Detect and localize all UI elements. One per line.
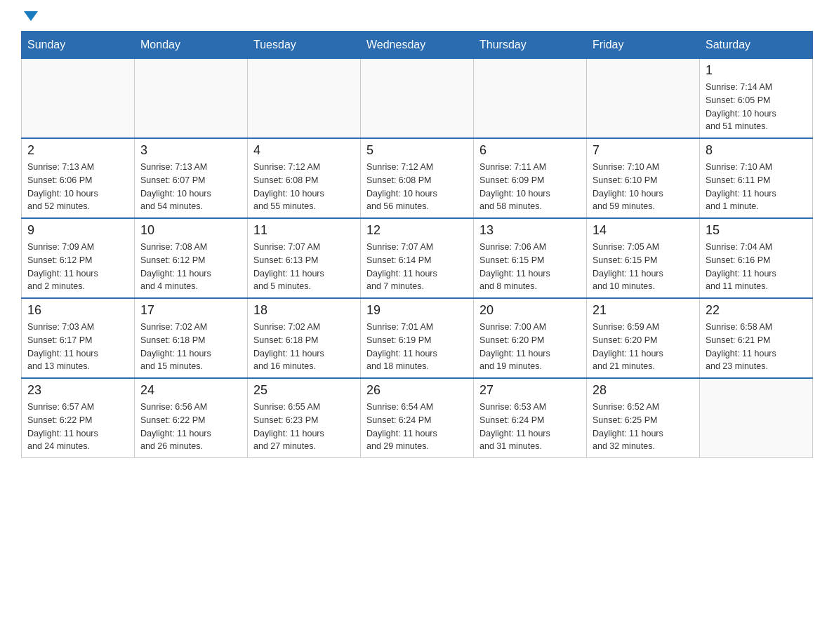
day-info: Sunrise: 7:08 AM Sunset: 6:12 PM Dayligh… <box>140 241 241 293</box>
day-number: 23 <box>27 383 128 398</box>
day-number: 10 <box>140 223 241 238</box>
day-info: Sunrise: 7:13 AM Sunset: 6:06 PM Dayligh… <box>27 161 128 213</box>
day-number: 15 <box>706 223 807 238</box>
day-number: 3 <box>140 143 241 158</box>
day-info: Sunrise: 7:00 AM Sunset: 6:20 PM Dayligh… <box>479 321 581 373</box>
header-sunday: Sunday <box>22 32 135 59</box>
calendar-week-row: 1Sunrise: 7:14 AM Sunset: 6:05 PM Daylig… <box>22 59 813 139</box>
day-info: Sunrise: 7:05 AM Sunset: 6:15 PM Dayligh… <box>593 241 694 293</box>
day-info: Sunrise: 7:12 AM Sunset: 6:08 PM Dayligh… <box>253 161 355 213</box>
table-row: 12Sunrise: 7:07 AM Sunset: 6:14 PM Dayli… <box>361 218 474 298</box>
header-saturday: Saturday <box>700 32 813 59</box>
day-number: 14 <box>593 223 694 238</box>
table-row <box>248 59 361 139</box>
table-row: 15Sunrise: 7:04 AM Sunset: 6:16 PM Dayli… <box>700 218 813 298</box>
day-number: 7 <box>593 143 694 158</box>
table-row: 10Sunrise: 7:08 AM Sunset: 6:12 PM Dayli… <box>135 218 248 298</box>
table-row: 20Sunrise: 7:00 AM Sunset: 6:20 PM Dayli… <box>474 298 587 378</box>
table-row: 7Sunrise: 7:10 AM Sunset: 6:10 PM Daylig… <box>587 138 700 218</box>
day-number: 9 <box>27 223 128 238</box>
day-number: 5 <box>366 143 468 158</box>
table-row: 11Sunrise: 7:07 AM Sunset: 6:13 PM Dayli… <box>248 218 361 298</box>
day-number: 4 <box>253 143 355 158</box>
table-row: 25Sunrise: 6:55 AM Sunset: 6:23 PM Dayli… <box>248 378 361 458</box>
day-number: 1 <box>706 63 807 78</box>
calendar-week-row: 9Sunrise: 7:09 AM Sunset: 6:12 PM Daylig… <box>22 218 813 298</box>
table-row <box>587 59 700 139</box>
day-number: 28 <box>593 383 694 398</box>
day-info: Sunrise: 7:02 AM Sunset: 6:18 PM Dayligh… <box>140 321 241 373</box>
day-info: Sunrise: 7:01 AM Sunset: 6:19 PM Dayligh… <box>366 321 468 373</box>
calendar-week-row: 23Sunrise: 6:57 AM Sunset: 6:22 PM Dayli… <box>22 378 813 458</box>
table-row: 18Sunrise: 7:02 AM Sunset: 6:18 PM Dayli… <box>248 298 361 378</box>
table-row: 21Sunrise: 6:59 AM Sunset: 6:20 PM Dayli… <box>587 298 700 378</box>
logo <box>21 14 38 24</box>
table-row: 24Sunrise: 6:56 AM Sunset: 6:22 PM Dayli… <box>135 378 248 458</box>
page-header <box>21 14 813 24</box>
header-wednesday: Wednesday <box>361 32 474 59</box>
day-info: Sunrise: 7:07 AM Sunset: 6:13 PM Dayligh… <box>253 241 355 293</box>
table-row: 2Sunrise: 7:13 AM Sunset: 6:06 PM Daylig… <box>22 138 135 218</box>
table-row: 9Sunrise: 7:09 AM Sunset: 6:12 PM Daylig… <box>22 218 135 298</box>
day-number: 24 <box>140 383 241 398</box>
day-info: Sunrise: 7:12 AM Sunset: 6:08 PM Dayligh… <box>366 161 468 213</box>
table-row: 14Sunrise: 7:05 AM Sunset: 6:15 PM Dayli… <box>587 218 700 298</box>
day-info: Sunrise: 7:13 AM Sunset: 6:07 PM Dayligh… <box>140 161 241 213</box>
calendar-header-row: Sunday Monday Tuesday Wednesday Thursday… <box>22 32 813 59</box>
day-info: Sunrise: 6:52 AM Sunset: 6:25 PM Dayligh… <box>593 401 694 453</box>
day-number: 13 <box>479 223 581 238</box>
day-info: Sunrise: 6:58 AM Sunset: 6:21 PM Dayligh… <box>706 321 807 373</box>
calendar-week-row: 16Sunrise: 7:03 AM Sunset: 6:17 PM Dayli… <box>22 298 813 378</box>
table-row: 4Sunrise: 7:12 AM Sunset: 6:08 PM Daylig… <box>248 138 361 218</box>
day-info: Sunrise: 6:59 AM Sunset: 6:20 PM Dayligh… <box>593 321 694 373</box>
day-info: Sunrise: 6:56 AM Sunset: 6:22 PM Dayligh… <box>140 401 241 453</box>
day-info: Sunrise: 7:04 AM Sunset: 6:16 PM Dayligh… <box>706 241 807 293</box>
day-number: 26 <box>366 383 468 398</box>
day-info: Sunrise: 7:10 AM Sunset: 6:10 PM Dayligh… <box>593 161 694 213</box>
day-number: 27 <box>479 383 581 398</box>
day-info: Sunrise: 7:03 AM Sunset: 6:17 PM Dayligh… <box>27 321 128 373</box>
table-row <box>135 59 248 139</box>
day-info: Sunrise: 7:14 AM Sunset: 6:05 PM Dayligh… <box>706 81 807 133</box>
table-row: 13Sunrise: 7:06 AM Sunset: 6:15 PM Dayli… <box>474 218 587 298</box>
table-row: 8Sunrise: 7:10 AM Sunset: 6:11 PM Daylig… <box>700 138 813 218</box>
day-number: 6 <box>479 143 581 158</box>
table-row: 26Sunrise: 6:54 AM Sunset: 6:24 PM Dayli… <box>361 378 474 458</box>
day-info: Sunrise: 7:06 AM Sunset: 6:15 PM Dayligh… <box>479 241 581 293</box>
table-row: 22Sunrise: 6:58 AM Sunset: 6:21 PM Dayli… <box>700 298 813 378</box>
table-row: 23Sunrise: 6:57 AM Sunset: 6:22 PM Dayli… <box>22 378 135 458</box>
day-info: Sunrise: 7:11 AM Sunset: 6:09 PM Dayligh… <box>479 161 581 213</box>
day-info: Sunrise: 6:53 AM Sunset: 6:24 PM Dayligh… <box>479 401 581 453</box>
day-number: 21 <box>593 303 694 318</box>
day-number: 2 <box>27 143 128 158</box>
header-monday: Monday <box>135 32 248 59</box>
day-number: 20 <box>479 303 581 318</box>
table-row <box>361 59 474 139</box>
day-number: 8 <box>706 143 807 158</box>
day-info: Sunrise: 6:55 AM Sunset: 6:23 PM Dayligh… <box>253 401 355 453</box>
table-row: 27Sunrise: 6:53 AM Sunset: 6:24 PM Dayli… <box>474 378 587 458</box>
day-info: Sunrise: 6:54 AM Sunset: 6:24 PM Dayligh… <box>366 401 468 453</box>
day-info: Sunrise: 6:57 AM Sunset: 6:22 PM Dayligh… <box>27 401 128 453</box>
table-row <box>22 59 135 139</box>
table-row: 1Sunrise: 7:14 AM Sunset: 6:05 PM Daylig… <box>700 59 813 139</box>
table-row: 6Sunrise: 7:11 AM Sunset: 6:09 PM Daylig… <box>474 138 587 218</box>
day-number: 19 <box>366 303 468 318</box>
day-info: Sunrise: 7:10 AM Sunset: 6:11 PM Dayligh… <box>706 161 807 213</box>
table-row: 28Sunrise: 6:52 AM Sunset: 6:25 PM Dayli… <box>587 378 700 458</box>
calendar-table: Sunday Monday Tuesday Wednesday Thursday… <box>21 31 813 458</box>
logo-triangle-icon <box>24 11 38 21</box>
table-row: 17Sunrise: 7:02 AM Sunset: 6:18 PM Dayli… <box>135 298 248 378</box>
header-thursday: Thursday <box>474 32 587 59</box>
day-info: Sunrise: 7:09 AM Sunset: 6:12 PM Dayligh… <box>27 241 128 293</box>
day-number: 17 <box>140 303 241 318</box>
table-row: 16Sunrise: 7:03 AM Sunset: 6:17 PM Dayli… <box>22 298 135 378</box>
day-info: Sunrise: 7:02 AM Sunset: 6:18 PM Dayligh… <box>253 321 355 373</box>
day-number: 16 <box>27 303 128 318</box>
day-number: 18 <box>253 303 355 318</box>
day-number: 12 <box>366 223 468 238</box>
day-number: 11 <box>253 223 355 238</box>
table-row <box>474 59 587 139</box>
calendar-week-row: 2Sunrise: 7:13 AM Sunset: 6:06 PM Daylig… <box>22 138 813 218</box>
table-row: 3Sunrise: 7:13 AM Sunset: 6:07 PM Daylig… <box>135 138 248 218</box>
